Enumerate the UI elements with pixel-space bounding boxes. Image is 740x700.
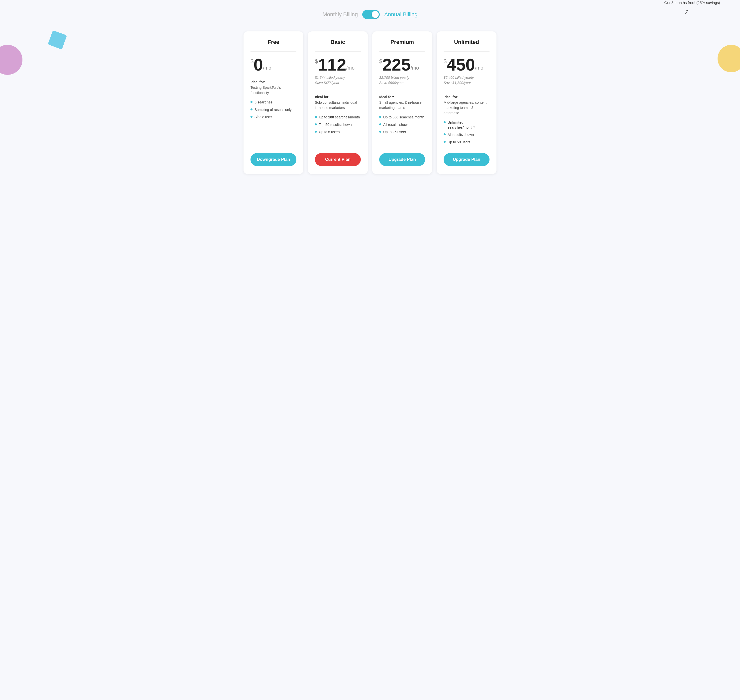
feature-item-unlimited-1: All results shown <box>444 132 489 137</box>
plan-name-unlimited: Unlimited <box>444 39 489 46</box>
feature-dot-free-1 <box>251 109 252 110</box>
price-per-unlimited: /mo <box>475 65 483 71</box>
price-row-unlimited: $450/mo <box>444 56 489 73</box>
billing-toggle-area: Get 3 months free! (25% savings) ↙ Month… <box>5 10 735 19</box>
feature-text-free-0: 5 searches <box>255 100 273 105</box>
feature-text-unlimited-1: All results shown <box>448 132 474 137</box>
features-list-premium: Up to 500 searches/monthAll results show… <box>379 115 425 147</box>
feature-dot-basic-1 <box>315 124 317 125</box>
savings-arrow-icon: ↙ <box>684 9 689 16</box>
plan-name-free: Free <box>251 39 296 46</box>
feature-text-basic-2: Up to 5 users <box>319 129 339 135</box>
downgrade-button-free[interactable]: Downgrade Plan <box>251 153 296 166</box>
feature-dot-unlimited-2 <box>444 141 445 143</box>
feature-item-unlimited-0: Unlimited searches/month* <box>444 120 489 130</box>
price-dollar-basic: $ <box>315 58 318 65</box>
feature-dot-basic-0 <box>315 116 317 118</box>
price-row-basic: $112/mo <box>315 56 361 73</box>
price-note-spacer-free <box>251 75 296 80</box>
price-dollar-unlimited: $ <box>444 58 447 65</box>
feature-text-premium-2: Up to 25 users <box>383 129 406 135</box>
plan-card-free: Free$0/moIdeal for:Testing SparkToro's f… <box>243 31 304 174</box>
price-dollar-premium: $ <box>379 58 382 65</box>
annual-billing-label: Annual Billing <box>384 11 417 18</box>
features-list-basic: Up to 100 searches/monthTop 50 results s… <box>315 115 361 147</box>
price-per-premium: /mo <box>411 65 419 71</box>
current-button-basic[interactable]: Current Plan <box>315 153 361 166</box>
price-note-basic: $1,344 billed yearly Save $456/year <box>315 75 361 90</box>
billing-toggle-switch[interactable] <box>362 10 380 19</box>
feature-dot-unlimited-1 <box>444 133 445 135</box>
upgrade-button-premium[interactable]: Upgrade Plan <box>379 153 425 166</box>
plan-card-premium: Premium$225/mo$2,700 billed yearly Save … <box>372 31 432 174</box>
plan-name-basic: Basic <box>315 39 361 46</box>
price-amount-unlimited: 450 <box>447 56 475 73</box>
price-amount-free: 0 <box>254 56 263 73</box>
feature-item-unlimited-2: Up to 50 users <box>444 140 489 145</box>
feature-dot-premium-1 <box>379 124 381 125</box>
feature-item-free-1: Sampling of results only <box>251 107 296 112</box>
plan-card-unlimited: Unlimited$450/mo$5,400 billed yearly Sav… <box>436 31 497 174</box>
ideal-label-basic: Ideal for: <box>315 95 361 99</box>
price-dollar-free: $ <box>251 58 254 65</box>
feature-text-free-2: Single user <box>255 115 272 120</box>
price-note-unlimited: $5,400 billed yearly Save $1,800/year <box>444 75 489 90</box>
feature-text-basic-0: Up to 100 searches/month <box>319 115 360 120</box>
ideal-text-basic: Solo consultants, individual in-house ma… <box>315 100 361 110</box>
feature-text-premium-1: All results shown <box>383 122 410 127</box>
feature-item-basic-1: Top 50 results shown <box>315 122 361 127</box>
feature-dot-free-2 <box>251 116 252 118</box>
ideal-text-premium: Small agencies, & in-house marketing tea… <box>379 100 425 110</box>
price-amount-premium: 225 <box>382 56 410 73</box>
feature-item-premium-1: All results shown <box>379 122 425 127</box>
decoration-blue-square <box>48 31 67 50</box>
price-per-basic: /mo <box>346 65 355 71</box>
plans-container: Free$0/moIdeal for:Testing SparkToro's f… <box>233 31 507 174</box>
price-note-premium: $2,700 billed yearly Save $900/year <box>379 75 425 90</box>
ideal-text-free: Testing SparkToro's functionality <box>251 85 296 96</box>
upgrade-button-unlimited[interactable]: Upgrade Plan <box>444 153 489 166</box>
features-list-free: 5 searchesSampling of results onlySingle… <box>251 100 296 147</box>
feature-item-free-0: 5 searches <box>251 100 296 105</box>
plan-name-premium: Premium <box>379 39 425 46</box>
price-row-free: $0/mo <box>251 56 296 73</box>
price-amount-basic: 112 <box>318 56 346 73</box>
price-row-premium: $225/mo <box>379 56 425 73</box>
feature-item-premium-2: Up to 25 users <box>379 129 425 135</box>
feature-dot-premium-2 <box>379 131 381 132</box>
feature-text-free-1: Sampling of results only <box>255 107 292 112</box>
feature-dot-basic-2 <box>315 131 317 132</box>
decoration-purple-blob <box>0 45 22 75</box>
plan-card-basic: Basic$112/mo$1,344 billed yearly Save $4… <box>308 31 368 174</box>
feature-item-free-2: Single user <box>251 115 296 120</box>
feature-dot-free-0 <box>251 101 252 103</box>
feature-text-premium-0: Up to 500 searches/month <box>383 115 424 120</box>
feature-item-basic-0: Up to 100 searches/month <box>315 115 361 120</box>
ideal-label-free: Ideal for: <box>251 80 296 84</box>
feature-text-unlimited-2: Up to 50 users <box>448 140 470 145</box>
feature-text-unlimited-0: Unlimited searches/month* <box>448 120 489 130</box>
features-list-unlimited: Unlimited searches/month*All results sho… <box>444 120 489 147</box>
savings-annotation: Get 3 months free! (25% savings) <box>665 0 720 5</box>
billing-toggle-container: Monthly Billing Annual Billing <box>322 10 417 19</box>
decoration-yellow-blob <box>718 45 740 72</box>
ideal-label-premium: Ideal for: <box>379 95 425 99</box>
feature-dot-premium-0 <box>379 116 381 118</box>
ideal-label-unlimited: Ideal for: <box>444 95 489 99</box>
feature-dot-unlimited-0 <box>444 121 445 123</box>
ideal-text-unlimited: Mid-large agencies, content marketing te… <box>444 100 489 116</box>
monthly-billing-label: Monthly Billing <box>322 11 358 18</box>
feature-item-basic-2: Up to 5 users <box>315 129 361 135</box>
feature-item-premium-0: Up to 500 searches/month <box>379 115 425 120</box>
price-per-free: /mo <box>263 65 271 71</box>
feature-text-basic-1: Top 50 results shown <box>319 122 352 127</box>
